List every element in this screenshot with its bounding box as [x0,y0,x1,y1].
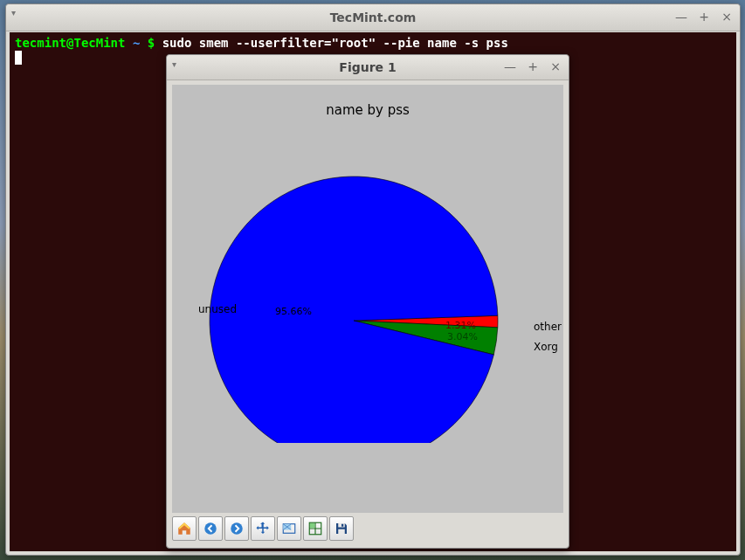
figure-menu-icon[interactable]: ▾ [172,62,186,67]
back-icon [203,521,218,536]
svg-point-0 [204,522,217,535]
matplotlib-toolbar [172,516,354,543]
terminal-command: sudo smem --userfilter="root" --pie name… [162,36,508,50]
chart-title: name by pss [172,102,563,118]
pct-other: 1.31% [445,320,476,331]
pie-chart [205,146,502,443]
back-button[interactable] [198,516,223,541]
prompt-host: TecMint [73,36,125,50]
figure-window-buttons: — + × [502,59,563,75]
subplots-button[interactable] [303,516,328,541]
home-button[interactable] [172,516,197,541]
close-button[interactable]: × [548,59,563,75]
terminal-titlebar[interactable]: ▾ TecMint.com — + × [6,4,740,31]
svg-rect-8 [341,524,343,527]
svg-rect-5 [310,523,314,528]
terminal-menu-icon[interactable]: ▾ [11,10,25,17]
desktop: ▾ TecMint.com — + × tecmint@TecMint ~ $ … [0,0,745,560]
forward-button[interactable] [224,516,249,541]
legend-other: other [534,321,562,333]
prompt-path: ~ [133,36,140,50]
home-icon [176,521,192,536]
chart-canvas: name by pss unused 95.66% 1.31% 3.04% ot… [172,85,563,513]
maximize-button[interactable]: + [696,10,712,25]
terminal-title: TecMint.com [6,10,740,24]
forward-icon [229,521,245,536]
pan-button[interactable] [251,516,275,541]
svg-rect-7 [338,529,345,534]
figure-window: ▾ Figure 1 — + × name by pss unused 95.6… [166,54,569,549]
pct-unused: 95.66% [275,306,312,317]
save-icon [334,521,349,536]
pan-icon [255,521,271,536]
prompt-user: tecmint [15,36,66,50]
terminal-prompt-line: tecmint@TecMint ~ $ sudo smem --userfilt… [15,36,731,50]
terminal-cursor [15,51,22,65]
terminal-window-buttons: — + × [673,10,735,25]
pie-slice-unused [210,176,498,443]
legend-xorg: Xorg [534,341,558,353]
pct-xorg: 3.04% [447,331,478,342]
legend-unused: unused [198,303,237,315]
prompt-symbol: $ [148,36,155,50]
svg-point-1 [231,522,243,535]
subplots-icon [307,521,323,536]
minimize-button[interactable]: — [502,59,518,75]
close-button[interactable]: × [719,10,735,25]
minimize-button[interactable]: — [673,10,689,25]
maximize-button[interactable]: + [525,59,541,75]
zoom-button[interactable] [277,516,301,541]
figure-titlebar[interactable]: ▾ Figure 1 — + × [167,55,569,80]
zoom-icon [281,521,297,536]
save-button[interactable] [329,516,354,541]
